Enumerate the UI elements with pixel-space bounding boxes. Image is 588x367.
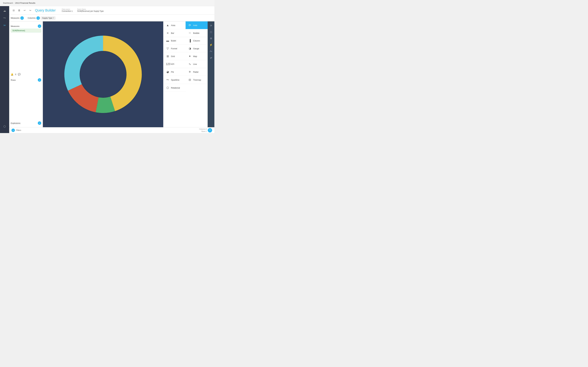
workspace-row: Measures + SUM(Revenue) 🔔 ⏸ 💬 Rows + Exp… <box>9 21 214 127</box>
redo-button[interactable]: ↪ <box>28 8 32 13</box>
auto-chart-label: Auto <box>193 24 197 26</box>
pause-icon[interactable]: ⏸ <box>15 73 17 75</box>
secondary-toolbar: Measures + Columns + Supply Type ▽ <box>9 15 214 21</box>
gauge-chart-icon: ◑ <box>188 47 192 50</box>
column-chart-icon: ▐ <box>188 39 192 42</box>
line-chart-icon: ∿ <box>188 62 192 66</box>
chart-type-bullet[interactable]: ▬ Bullet <box>163 37 186 45</box>
fx-btn[interactable]: Fx <box>208 49 214 54</box>
treemap-chart-icon: ⊟ <box>188 78 192 82</box>
comment-icon[interactable]: 💬 <box>18 73 20 75</box>
add-measure-button[interactable]: + <box>20 16 24 20</box>
radar-chart-icon: ✳ <box>188 70 192 74</box>
columns-label: Columns <box>28 17 35 19</box>
relational-chart-icon: ⬡ <box>166 86 170 90</box>
queryname-meta: Query Name SUM(Revenue) per Supply Type <box>77 8 104 12</box>
chart-type-bar[interactable]: ≡ Bar <box>163 29 186 37</box>
map-chart-label: Map <box>193 55 197 58</box>
rows-stat: Rows 1 <box>199 130 207 133</box>
chart-type-bubble[interactable]: ⁙ Bubble <box>186 29 208 37</box>
save-button[interactable]: ⊟ <box>11 8 16 13</box>
datasource-label: Data source <box>62 8 73 10</box>
chart-type-map[interactable]: ✦ Map <box>186 52 208 60</box>
chart-type-line[interactable]: ∿ Line <box>186 60 208 68</box>
datasource-meta: Data source Connection 1 <box>62 8 73 12</box>
chart-type-grid: ▲ Area ⟳ Auto ≡ Bar ⁙ Bubble ▬ Bullet ▐ … <box>163 21 208 92</box>
queryname-label: Query Name <box>77 8 104 10</box>
sparkline-chart-icon: 〜 <box>166 78 170 82</box>
datasource-value: Connection 1 <box>62 10 73 12</box>
supply-type-filter[interactable]: Supply Type ▽ <box>41 17 55 20</box>
chart-type-gauge[interactable]: ◑ Gauge <box>186 45 208 52</box>
map-chart-icon: ✦ <box>188 55 192 58</box>
chart-type-pie[interactable]: ◕ Pie <box>163 68 186 76</box>
nav-icon-trending[interactable]: 〜 <box>1 15 8 21</box>
refresh-btn[interactable]: ⟳ <box>208 23 214 28</box>
columns-section: Columns + <box>28 16 40 20</box>
breadcrumb-current: 2013 Financial Results <box>15 2 35 4</box>
chart-type-auto[interactable]: ⟳ Auto <box>186 21 208 29</box>
bottom-bar: + Filters Columns 4 Rows 1 ? <box>9 127 214 133</box>
settings-btn[interactable]: ⚙ <box>208 36 214 41</box>
inner-hole <box>80 51 126 97</box>
chart-type-sparkline[interactable]: 〜 Sparkline <box>163 76 186 84</box>
undo-button[interactable]: ↩ <box>23 8 27 13</box>
bell-icon[interactable]: 🔔 <box>11 73 13 75</box>
measures-header-label: Measures <box>11 25 19 27</box>
chart-type-column[interactable]: ▐ Column <box>186 37 208 45</box>
chart-type-kpi[interactable]: 123 KPI <box>163 60 186 68</box>
chart-type-radar[interactable]: ✳ Radar <box>186 68 208 76</box>
breadcrumb-bar: Dashboard / 2013 Financial Results <box>0 0 214 6</box>
breadcrumb-root[interactable]: Dashboard <box>3 2 13 4</box>
chart-type-relational[interactable]: ⬡ Relational <box>163 84 186 92</box>
help-button[interactable]: ? <box>208 128 212 133</box>
delete-button[interactable]: 🗑 <box>17 8 21 13</box>
column-chart-label: Column <box>193 40 200 42</box>
shuffle-btn[interactable]: ⇄ <box>208 55 214 60</box>
line-chart-label: Line <box>193 63 197 65</box>
bullet-chart-label: Bullet <box>171 40 176 42</box>
chart-type-funnel[interactable]: ▽ Funnel <box>163 45 186 52</box>
area-chart-label: Area <box>171 24 175 26</box>
cube-btn[interactable]: ⬡ <box>208 29 214 34</box>
chart-type-grid[interactable]: ⊞ Grid <box>163 52 186 60</box>
queryname-value: SUM(Revenue) per Supply Type <box>77 10 104 12</box>
chart-area <box>43 21 163 127</box>
measure-pill[interactable]: SUM(Revenue) <box>11 29 41 33</box>
chart-type-area[interactable]: ▲ Area <box>163 21 186 29</box>
bolt-btn[interactable]: ⚡ <box>208 42 214 47</box>
chart-type-treemap[interactable]: ⊟ Treemap <box>186 76 208 84</box>
app-wrapper: ☁ 〜 ✂ ⬡ ⊟ 🗑 ↩ ↪ Query Builder Data sourc… <box>0 6 214 133</box>
add-row-btn[interactable]: + <box>38 78 41 82</box>
grid-chart-label: Grid <box>171 55 175 58</box>
add-filter-btn[interactable]: + <box>11 129 15 132</box>
pie-chart-icon: ◕ <box>166 70 170 74</box>
nav-icon-exit[interactable]: ⬡ <box>1 123 8 130</box>
sidebar-nav: ☁ 〜 ✂ ⬡ <box>0 6 9 133</box>
grid-chart-icon: ⊞ <box>166 55 170 58</box>
add-measure-btn[interactable]: + <box>38 25 41 28</box>
treemap-chart-label: Treemap <box>193 79 201 81</box>
bar-chart-label: Bar <box>171 32 174 34</box>
relational-chart-label: Relational <box>171 87 180 89</box>
supply-type-label: Supply Type <box>42 17 52 19</box>
nav-icon-cloud[interactable]: ☁ <box>1 8 8 14</box>
kpi-chart-label: KPI <box>171 63 174 65</box>
nav-icon-tools[interactable]: ✂ <box>1 22 8 28</box>
bubble-chart-icon: ⁙ <box>188 31 192 35</box>
add-column-button[interactable]: + <box>36 16 40 20</box>
explosions-section-header: Explosions + <box>11 121 41 125</box>
bar-chart-icon: ≡ <box>166 32 170 35</box>
add-explosion-btn[interactable]: + <box>38 121 41 125</box>
bullet-chart-icon: ▬ <box>166 39 170 42</box>
chart-type-panel: ▲ Area ⟳ Auto ≡ Bar ⁙ Bubble ▬ Bullet ▐ … <box>163 21 208 127</box>
measures-section: Measures + <box>11 16 24 20</box>
auto-chart-icon: ⟳ <box>188 24 192 27</box>
columns-stat: Columns 4 <box>199 128 207 130</box>
area-chart-icon: ▲ <box>166 24 170 27</box>
rows-label: Rows <box>11 79 16 81</box>
filters-label: Filters <box>16 129 21 131</box>
breadcrumb-separator: / <box>14 2 14 4</box>
radar-chart-label: Radar <box>193 71 199 73</box>
toolbar: ⊟ 🗑 ↩ ↪ Query Builder Data source Connec… <box>9 6 214 15</box>
